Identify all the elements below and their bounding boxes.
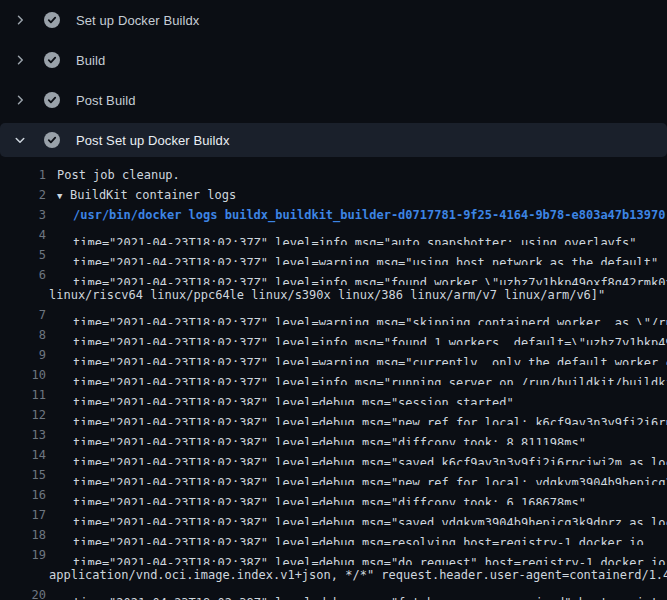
log-line: 16 time="2021-04-23T18:02:38Z" level=deb… — [0, 485, 667, 505]
log-line-number[interactable]: 10 — [0, 365, 46, 385]
log-line: 1 Post job cleanup. — [0, 165, 667, 185]
log-line: 3 /usr/bin/docker logs buildx_buildkit_b… — [0, 205, 667, 225]
log-line: 18 time="2021-04-23T18:02:38Z" level=deb… — [0, 525, 667, 545]
success-check-icon — [44, 92, 60, 108]
log-line-text: time="2021-04-23T18:02:38Z" level=debug … — [46, 445, 667, 465]
log-line: 9 time="2021-04-23T18:02:37Z" level=warn… — [0, 345, 667, 365]
log-command-text: /usr/bin/docker logs buildx_buildkit_bui… — [46, 205, 665, 225]
chevron-right-icon[interactable] — [12, 52, 28, 68]
log-line-number[interactable]: 11 — [0, 385, 46, 405]
log-line: 15 time="2021-04-23T18:02:38Z" level=deb… — [0, 465, 667, 485]
log-line-text: time="2021-04-23T18:02:37Z" level=warnin… — [46, 245, 658, 265]
log-line: 13 time="2021-04-23T18:02:38Z" level=deb… — [0, 425, 667, 445]
log-line: 11 time="2021-04-23T18:02:38Z" level=deb… — [0, 385, 667, 405]
log-line-number[interactable]: 15 — [0, 465, 46, 485]
group-title: BuildKit container logs — [70, 188, 236, 202]
log-line-number[interactable]: 18 — [0, 525, 46, 545]
log-line: 10 time="2021-04-23T18:02:37Z" level=inf… — [0, 365, 667, 385]
step-row-post-build[interactable]: Post Build — [0, 80, 667, 120]
log-line-text: time="2021-04-23T18:02:38Z" level=debug … — [46, 465, 667, 485]
log-line: 14 time="2021-04-23T18:02:38Z" level=deb… — [0, 445, 667, 465]
log-line-text: ▼BuildKit container logs — [46, 185, 236, 205]
log-line-text: time="2021-04-23T18:02:38Z" level=debug … — [46, 545, 667, 565]
log-line-text: Post job cleanup. — [46, 165, 180, 185]
step-label: Build — [76, 53, 105, 68]
success-check-icon — [44, 52, 60, 68]
log-line-number[interactable]: 13 — [0, 425, 46, 445]
log-line-number[interactable]: 1 — [0, 165, 46, 185]
log-line-text: time="2021-04-23T18:02:38Z" level=debug … — [46, 585, 667, 600]
collapse-group-icon[interactable]: ▼ — [57, 186, 70, 205]
log-line-number[interactable]: 5 — [0, 245, 46, 265]
log-line-number[interactable]: 20 — [0, 585, 46, 600]
log-line-number[interactable]: 2 — [0, 185, 46, 205]
step-row-set-up-docker-buildx[interactable]: Set up Docker Buildx — [0, 0, 667, 40]
log-line: 8 time="2021-04-23T18:02:37Z" level=info… — [0, 325, 667, 345]
log-line-number[interactable]: 8 — [0, 325, 46, 345]
log-line-text: time="2021-04-23T18:02:38Z" level=debug … — [46, 425, 586, 445]
step-label: Set up Docker Buildx — [76, 13, 199, 28]
log-line: 20 time="2021-04-23T18:02:38Z" level=deb… — [0, 585, 667, 600]
log-line-text: time="2021-04-23T18:02:38Z" level=debug … — [46, 485, 586, 505]
step-label: Post Set up Docker Buildx — [76, 133, 230, 148]
log-line-number[interactable]: 12 — [0, 405, 46, 425]
log-line-text: time="2021-04-23T18:02:37Z" level=info m… — [46, 225, 637, 245]
log-line: 5 time="2021-04-23T18:02:37Z" level=warn… — [0, 245, 667, 265]
success-check-icon — [44, 12, 60, 28]
log-line: 17 time="2021-04-23T18:02:38Z" level=deb… — [0, 505, 667, 525]
log-viewer: 1 Post job cleanup. 2 ▼BuildKit containe… — [0, 157, 667, 600]
step-label: Post Build — [76, 93, 136, 108]
chevron-right-icon[interactable] — [12, 12, 28, 28]
log-line-number[interactable]: 16 — [0, 485, 46, 505]
log-line-text: time="2021-04-23T18:02:37Z" level=warnin… — [46, 305, 667, 325]
log-line-number[interactable]: 4 — [0, 225, 46, 245]
log-line-number[interactable]: 19 — [0, 545, 46, 565]
log-line-number[interactable]: 3 — [0, 205, 46, 225]
log-line: 2 ▼BuildKit container logs — [0, 185, 667, 205]
log-line: 7 time="2021-04-23T18:02:37Z" level=warn… — [0, 305, 667, 325]
log-line-text: time="2021-04-23T18:02:38Z" level=debug … — [46, 505, 667, 525]
log-line: 4 time="2021-04-23T18:02:37Z" level=info… — [0, 225, 667, 245]
log-line-text: time="2021-04-23T18:02:37Z" level=info m… — [46, 325, 667, 345]
step-row-build[interactable]: Build — [0, 40, 667, 80]
log-line-number[interactable]: 7 — [0, 305, 46, 325]
log-line: 6 time="2021-04-23T18:02:37Z" level=info… — [0, 265, 667, 285]
log-line-number[interactable]: 14 — [0, 445, 46, 465]
log-line-text: time="2021-04-23T18:02:37Z" level=info m… — [46, 365, 667, 385]
log-line-text: time="2021-04-23T18:02:38Z" level=debug … — [46, 405, 667, 425]
log-line-text: time="2021-04-23T18:02:37Z" level=warnin… — [46, 345, 667, 365]
log-line: linux/riscv64 linux/ppc64le linux/s390x … — [0, 285, 667, 305]
log-line-text: time="2021-04-23T18:02:38Z" level=debug … — [46, 385, 514, 405]
log-line: 19 time="2021-04-23T18:02:38Z" level=deb… — [0, 545, 667, 565]
log-line: application/vnd.oci.image.index.v1+json,… — [0, 565, 667, 585]
log-line-number — [0, 285, 46, 305]
log-line-text: time="2021-04-23T18:02:38Z" level=debug … — [46, 525, 644, 545]
job-steps-list: Set up Docker Buildx Build Post Build — [0, 0, 667, 157]
log-line-text: linux/riscv64 linux/ppc64le linux/s390x … — [46, 285, 605, 305]
log-line-text: application/vnd.oci.image.index.v1+json,… — [46, 565, 667, 585]
log-line-number[interactable]: 17 — [0, 505, 46, 525]
log-line-text: time="2021-04-23T18:02:37Z" level=info m… — [46, 265, 667, 285]
step-row-post-set-up-docker-buildx[interactable]: Post Set up Docker Buildx — [0, 123, 667, 157]
chevron-down-icon[interactable] — [12, 132, 28, 148]
log-line-number[interactable]: 6 — [0, 265, 46, 285]
log-line-number[interactable]: 9 — [0, 345, 46, 365]
chevron-right-icon[interactable] — [12, 92, 28, 108]
success-check-icon — [44, 132, 60, 148]
log-line-number — [0, 565, 46, 585]
log-line: 12 time="2021-04-23T18:02:38Z" level=deb… — [0, 405, 667, 425]
